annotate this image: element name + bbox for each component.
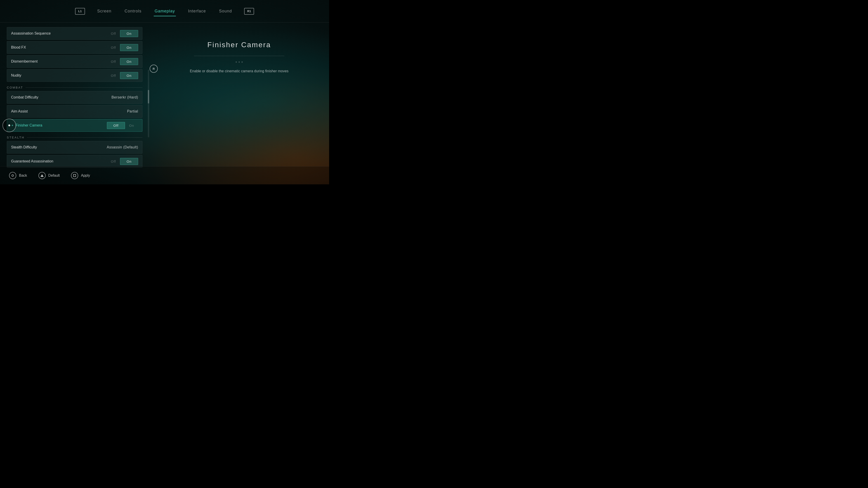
setting-row-nudity[interactable]: Nudity Off On bbox=[7, 69, 143, 82]
toggle-assassination-sequence[interactable]: Off On bbox=[107, 30, 138, 37]
label-nudity: Nudity bbox=[11, 73, 107, 77]
toggle-blood-fx[interactable]: Off On bbox=[107, 44, 138, 51]
setting-row-combat-difficulty[interactable]: Combat Difficulty Berserkr (Hard) bbox=[7, 91, 143, 104]
apply-button-label: Apply bbox=[81, 173, 90, 177]
default-button[interactable]: Default bbox=[38, 172, 60, 179]
setting-row-blood-fx[interactable]: Blood FX Off On bbox=[7, 41, 143, 54]
toggle-off-dismemberment[interactable]: Off bbox=[107, 58, 120, 65]
toggle-dismemberment[interactable]: Off On bbox=[107, 58, 138, 65]
nav-bar: L1 Screen Controls Gameplay Interface So… bbox=[0, 0, 329, 23]
label-combat-difficulty: Combat Difficulty bbox=[11, 95, 112, 99]
tab-sound[interactable]: Sound bbox=[218, 7, 233, 15]
default-button-triangle bbox=[40, 174, 43, 177]
toggle-on-finisher-camera[interactable]: On bbox=[125, 122, 138, 129]
circle-cursor-inner bbox=[8, 125, 10, 126]
scroll-indicator bbox=[148, 70, 149, 137]
toggle-on-assassination-sequence[interactable]: On bbox=[120, 30, 138, 37]
label-finisher-camera: Finisher Camera bbox=[16, 123, 107, 127]
setting-row-guaranteed-assassination[interactable]: Guaranteed Assassination Off On bbox=[7, 155, 143, 168]
toggle-nudity[interactable]: Off On bbox=[107, 72, 138, 79]
apply-button[interactable]: Apply bbox=[71, 172, 90, 179]
circle-cursor bbox=[2, 119, 16, 132]
back-button-circle-inner bbox=[11, 174, 14, 177]
toggle-off-finisher-camera[interactable]: Off bbox=[107, 122, 125, 129]
default-button-icon bbox=[38, 172, 46, 179]
section-header-combat: COMBAT bbox=[7, 83, 143, 91]
main-content: Assassination Sequence Off On Blood FX O… bbox=[0, 23, 329, 184]
panel-title: Finisher Camera bbox=[207, 41, 271, 49]
toggle-off-guaranteed-assassination[interactable]: Off bbox=[107, 158, 120, 165]
toggle-off-nudity[interactable]: Off bbox=[107, 72, 120, 79]
tab-screen[interactable]: Screen bbox=[96, 7, 112, 15]
default-button-label: Default bbox=[49, 173, 60, 177]
scroll-thumb bbox=[148, 90, 149, 103]
toggle-guaranteed-assassination[interactable]: Off On bbox=[107, 158, 138, 165]
back-button[interactable]: Back bbox=[9, 172, 27, 179]
label-guaranteed-assassination: Guaranteed Assassination bbox=[11, 159, 107, 163]
setting-row-dismemberment[interactable]: Dismemberment Off On bbox=[7, 55, 143, 68]
description-panel: Finisher Camera ✦ ✦ ✦ Enable or disable … bbox=[149, 23, 329, 184]
label-stealth-difficulty: Stealth Difficulty bbox=[11, 145, 107, 149]
setting-row-aim-assist[interactable]: Aim Assist Partial bbox=[7, 105, 143, 118]
toggle-off-blood-fx[interactable]: Off bbox=[107, 44, 120, 51]
toggle-on-nudity[interactable]: On bbox=[120, 72, 138, 79]
tab-controls[interactable]: Controls bbox=[124, 7, 143, 15]
toggle-on-guaranteed-assassination[interactable]: On bbox=[120, 158, 138, 165]
toggle-on-dismemberment[interactable]: On bbox=[120, 58, 138, 65]
back-button-icon bbox=[9, 172, 16, 179]
r-button-indicator: R bbox=[150, 65, 158, 73]
toggle-on-blood-fx[interactable]: On bbox=[120, 44, 138, 51]
apply-button-icon bbox=[71, 172, 78, 179]
l1-button[interactable]: L1 bbox=[75, 8, 85, 15]
apply-button-square bbox=[73, 174, 76, 177]
panel-description: Enable or disable the cinematic camera d… bbox=[190, 68, 289, 74]
panel-ornament: ✦ ✦ ✦ bbox=[194, 61, 284, 64]
bottom-bar: Back Default Apply bbox=[0, 166, 329, 184]
value-aim-assist: Partial bbox=[127, 109, 138, 113]
value-stealth-difficulty: Assassin (Default) bbox=[107, 145, 138, 149]
label-blood-fx: Blood FX bbox=[11, 45, 107, 50]
value-combat-difficulty: Berserkr (Hard) bbox=[112, 95, 138, 99]
section-header-stealth: STEALTH bbox=[7, 133, 143, 141]
setting-row-finisher-camera[interactable]: ✦ Finisher Camera Off On bbox=[7, 119, 143, 132]
r1-button[interactable]: R1 bbox=[244, 8, 254, 15]
tab-gameplay[interactable]: Gameplay bbox=[154, 7, 176, 15]
label-dismemberment: Dismemberment bbox=[11, 59, 107, 64]
toggle-finisher-camera[interactable]: Off On bbox=[107, 122, 138, 129]
settings-panel: Assassination Sequence Off On Blood FX O… bbox=[0, 23, 149, 184]
back-button-label: Back bbox=[19, 173, 27, 177]
toggle-off-assassination-sequence[interactable]: Off bbox=[107, 30, 120, 37]
label-assassination-sequence: Assassination Sequence bbox=[11, 31, 107, 35]
setting-row-assassination-sequence[interactable]: Assassination Sequence Off On bbox=[7, 27, 143, 40]
tab-interface[interactable]: Interface bbox=[187, 7, 207, 15]
setting-row-stealth-difficulty[interactable]: Stealth Difficulty Assassin (Default) bbox=[7, 141, 143, 154]
label-aim-assist: Aim Assist bbox=[11, 109, 127, 113]
